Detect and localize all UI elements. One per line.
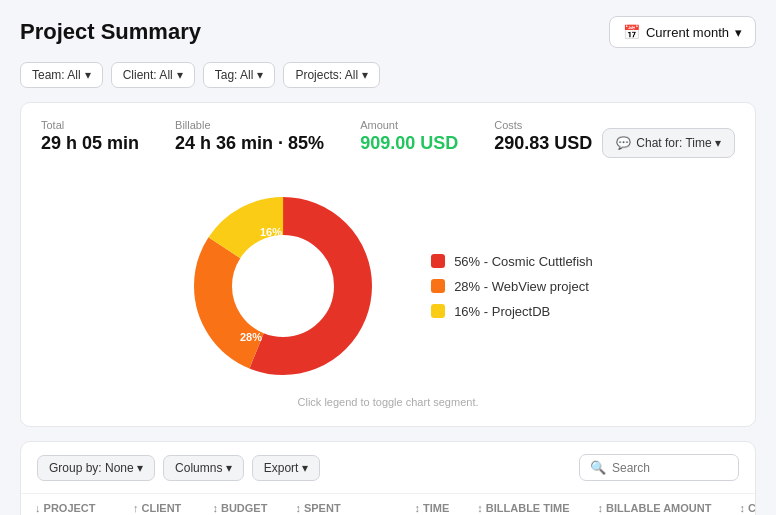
chevron-down-icon: ▾ bbox=[735, 25, 742, 40]
costs-value: 290.83 USD bbox=[494, 133, 592, 154]
group-by-button[interactable]: Group by: None ▾ bbox=[37, 455, 155, 481]
chevron-down-icon: ▾ bbox=[85, 68, 91, 82]
costs-stat: Costs 290.83 USD bbox=[494, 119, 592, 154]
month-filter-button[interactable]: 📅 Current month ▾ bbox=[609, 16, 756, 48]
legend-dot-red bbox=[431, 254, 445, 268]
legend-dot-orange bbox=[431, 279, 445, 293]
page-title: Project Summary bbox=[20, 19, 201, 45]
col-costs: ↕ COSTS bbox=[725, 494, 756, 515]
total-value: 29 h 05 min bbox=[41, 133, 139, 154]
table-toolbar: Group by: None ▾ Columns ▾ Export ▾ 🔍 bbox=[21, 442, 755, 494]
chevron-down-icon: ▾ bbox=[362, 68, 368, 82]
tag-filter[interactable]: Tag: All ▾ bbox=[203, 62, 276, 88]
projects-filter[interactable]: Projects: All ▾ bbox=[283, 62, 380, 88]
legend-item-0[interactable]: 56% - Cosmic Cuttlefish bbox=[431, 254, 593, 269]
summary-card: Total 29 h 05 min Billable 24 h 36 min ·… bbox=[20, 102, 756, 427]
chevron-down-icon: ▾ bbox=[177, 68, 183, 82]
col-spent: ↕ SPENT bbox=[281, 494, 400, 515]
total-label: Total bbox=[41, 119, 139, 131]
segment-label-16: 16% bbox=[260, 226, 282, 238]
billable-value: 24 h 36 min · 85% bbox=[175, 133, 324, 154]
col-budget: ↕ BUDGET bbox=[198, 494, 281, 515]
chevron-down-icon: ▾ bbox=[257, 68, 263, 82]
col-billable-amount: ↕ BILLABLE AMOUNT bbox=[584, 494, 726, 515]
billable-stat: Billable 24 h 36 min · 85% bbox=[175, 119, 324, 154]
col-project: ↓ PROJECT bbox=[21, 494, 119, 515]
data-table: ↓ PROJECT ↑ CLIENT ↕ BUDGET ↕ SPENT ↕ TI… bbox=[21, 494, 756, 515]
search-icon: 🔍 bbox=[590, 460, 606, 475]
costs-label: Costs bbox=[494, 119, 592, 131]
col-billable-time: ↕ BILLABLE TIME bbox=[463, 494, 583, 515]
table-header-row: ↓ PROJECT ↑ CLIENT ↕ BUDGET ↕ SPENT ↕ TI… bbox=[21, 494, 756, 515]
legend-label-0: 56% - Cosmic Cuttlefish bbox=[454, 254, 593, 269]
export-button[interactable]: Export ▾ bbox=[252, 455, 320, 481]
amount-value: 909.00 USD bbox=[360, 133, 458, 154]
legend-item-1[interactable]: 28% - WebView project bbox=[431, 279, 593, 294]
billable-label: Billable bbox=[175, 119, 324, 131]
col-time: ↕ TIME bbox=[400, 494, 463, 515]
segment-label-56: 56% bbox=[301, 283, 325, 297]
legend-label-2: 16% - ProjectDB bbox=[454, 304, 550, 319]
legend-item-2[interactable]: 16% - ProjectDB bbox=[431, 304, 593, 319]
chat-icon: 💬 bbox=[616, 136, 631, 150]
client-filter[interactable]: Client: All ▾ bbox=[111, 62, 195, 88]
filter-bar: Team: All ▾ Client: All ▾ Tag: All ▾ Pro… bbox=[20, 62, 756, 88]
summary-stats: Total 29 h 05 min Billable 24 h 36 min ·… bbox=[41, 119, 592, 154]
amount-stat: Amount 909.00 USD bbox=[360, 119, 458, 154]
calendar-icon: 📅 bbox=[623, 24, 640, 40]
col-client: ↑ CLIENT bbox=[119, 494, 198, 515]
chart-hint: Click legend to toggle chart segment. bbox=[41, 396, 735, 414]
team-filter[interactable]: Team: All ▾ bbox=[20, 62, 103, 88]
amount-label: Amount bbox=[360, 119, 458, 131]
legend-dot-yellow bbox=[431, 304, 445, 318]
legend-label-1: 28% - WebView project bbox=[454, 279, 589, 294]
total-stat: Total 29 h 05 min bbox=[41, 119, 139, 154]
search-input[interactable] bbox=[612, 461, 728, 475]
donut-chart: 56% 28% 16% bbox=[183, 186, 383, 386]
chart-area: 56% 28% 16% 56% - Cosmic Cuttlefish 28% … bbox=[41, 166, 735, 396]
columns-button[interactable]: Columns ▾ bbox=[163, 455, 244, 481]
search-wrap: 🔍 bbox=[579, 454, 739, 481]
segment-label-28: 28% bbox=[240, 331, 262, 343]
chart-legend: 56% - Cosmic Cuttlefish 28% - WebView pr… bbox=[431, 254, 593, 319]
chat-for-time-button[interactable]: 💬 Chat for: Time ▾ bbox=[602, 128, 735, 158]
month-label: Current month bbox=[646, 25, 729, 40]
table-card: Group by: None ▾ Columns ▾ Export ▾ 🔍 ↓ … bbox=[20, 441, 756, 515]
